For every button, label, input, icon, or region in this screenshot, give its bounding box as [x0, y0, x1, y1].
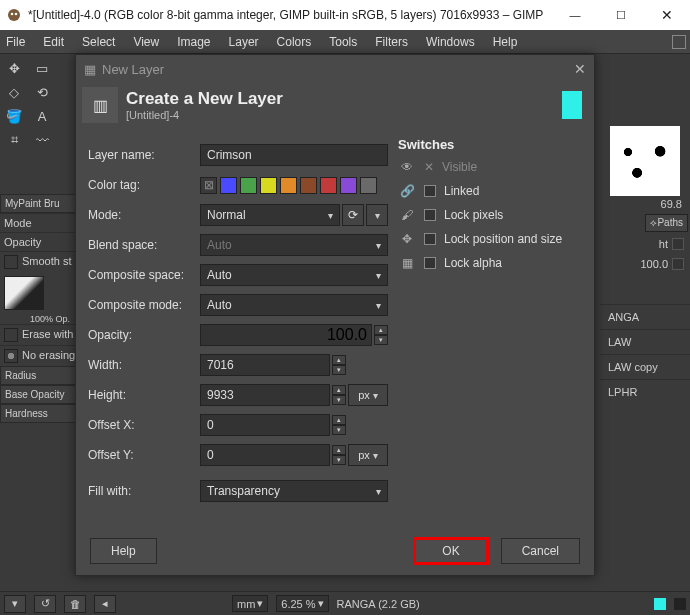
tool-text[interactable]: A — [28, 104, 56, 128]
menu-filters[interactable]: Filters — [373, 33, 410, 51]
menu-colors[interactable]: Colors — [275, 33, 314, 51]
ok-button[interactable]: OK — [413, 537, 488, 565]
offset-unit-select[interactable]: px▾ — [348, 444, 388, 466]
color-tag-red[interactable] — [320, 177, 337, 194]
lock-alpha-label: Lock alpha — [444, 256, 502, 270]
brush-preview[interactable] — [4, 276, 44, 310]
status-menu-icon[interactable]: ◂ — [94, 595, 116, 613]
lock-pixels-checkbox[interactable] — [424, 209, 436, 221]
composite-space-select[interactable]: Auto▾ — [200, 264, 388, 286]
menu-layer[interactable]: Layer — [227, 33, 261, 51]
color-tag-green[interactable] — [240, 177, 257, 194]
layer-header-icon: ▥ — [82, 87, 118, 123]
tool-move[interactable]: ✥ — [0, 56, 28, 80]
dimension-unit-select[interactable]: px▾ — [348, 384, 388, 406]
width-spin-buttons[interactable]: ▴▾ — [332, 355, 346, 375]
opacity-slider[interactable]: 100.0 — [200, 324, 372, 346]
window-titlebar: *[Untitled]-4.0 (RGB color 8-bit gamma i… — [0, 0, 690, 30]
menu-edit[interactable]: Edit — [41, 33, 66, 51]
lock-alpha-icon: ▦ — [398, 254, 416, 272]
main-menu-bar: File Edit Select View Image Layer Colors… — [0, 30, 690, 54]
lock-alpha-checkbox[interactable] — [424, 257, 436, 269]
composite-mode-select[interactable]: Auto▾ — [200, 294, 388, 316]
mode-select[interactable]: Normal▾ — [200, 204, 340, 226]
fill-with-select[interactable]: Transparency▾ — [200, 480, 388, 502]
linked-checkbox[interactable] — [424, 185, 436, 197]
lock-position-checkbox[interactable] — [424, 233, 436, 245]
status-delete-icon[interactable]: 🗑 — [64, 595, 86, 613]
menu-windows[interactable]: Windows — [424, 33, 477, 51]
menu-select[interactable]: Select — [80, 33, 117, 51]
menu-dock-button[interactable] — [672, 35, 686, 49]
opacity-label: Opacity: — [88, 328, 200, 342]
offset-y-label: Offset Y: — [88, 448, 200, 462]
paths-tab[interactable]: ⟡Paths — [645, 214, 688, 232]
status-swatch-fg[interactable] — [654, 598, 666, 610]
color-tag-yellow[interactable] — [260, 177, 277, 194]
window-title: *[Untitled]-4.0 (RGB color 8-bit gamma i… — [28, 8, 543, 22]
mode-label: Mode: — [88, 208, 200, 222]
height-spin-buttons[interactable]: ▴▾ — [332, 385, 346, 405]
linked-icon: 🔗 — [398, 182, 416, 200]
color-tag-none[interactable]: ⊠ — [200, 177, 217, 194]
width-input[interactable] — [200, 354, 330, 376]
zoom-combo[interactable]: 6.25 %▾ — [276, 595, 328, 612]
ht-dropdown[interactable] — [672, 238, 684, 250]
layer-item[interactable]: LAW — [600, 329, 690, 354]
fill-with-label: Fill with: — [88, 484, 200, 498]
menu-help[interactable]: Help — [491, 33, 520, 51]
color-tag-violet[interactable] — [340, 177, 357, 194]
composite-space-label: Composite space: — [88, 268, 200, 282]
tool-bucket[interactable]: 🪣 — [0, 104, 28, 128]
offset-y-spin-buttons[interactable]: ▴▾ — [332, 445, 346, 465]
offset-x-spin-buttons[interactable]: ▴▾ — [332, 415, 346, 435]
opacity-100-value[interactable]: 100.0 — [640, 258, 668, 270]
status-reset-icon[interactable]: ↺ — [34, 595, 56, 613]
color-tag-gray[interactable] — [360, 177, 377, 194]
layer-name-input[interactable] — [200, 144, 388, 166]
menu-image[interactable]: Image — [175, 33, 212, 51]
unit-combo[interactable]: mm▾ — [232, 595, 268, 612]
toolbox: ✥ ▭ ◇ ⟲ 🪣 A ⌗ 〰 — [0, 56, 72, 152]
right-dock: 69.8 ⟡Paths ht 100.0 ANGA LAW LAW copy L… — [600, 108, 690, 615]
brush-size-value[interactable]: 69.8 — [600, 196, 690, 212]
tool-transform[interactable]: ⟲ — [28, 80, 56, 104]
mode-menu-button[interactable]: ▾ — [366, 204, 388, 226]
offset-y-input[interactable] — [200, 444, 330, 466]
blend-space-select[interactable]: Auto▾ — [200, 234, 388, 256]
opacity-spin-buttons[interactable]: ▴▾ — [374, 325, 388, 345]
svg-point-1 — [11, 13, 14, 16]
layer-item[interactable]: ANGA — [600, 304, 690, 329]
dialog-close-button[interactable]: ✕ — [574, 61, 586, 77]
offset-x-input[interactable] — [200, 414, 330, 436]
status-minimize-icon[interactable]: ▾ — [4, 595, 26, 613]
lock-position-icon: ✥ — [398, 230, 416, 248]
layer-item[interactable]: LAW copy — [600, 354, 690, 379]
tool-rect-select[interactable]: ▭ — [28, 56, 56, 80]
window-close-button[interactable]: ✕ — [644, 0, 690, 30]
tool-path[interactable]: 〰 — [28, 128, 56, 152]
mode-reset-button[interactable]: ⟳ — [342, 204, 364, 226]
brush-thumbnail[interactable] — [610, 126, 680, 196]
window-minimize-button[interactable]: — — [552, 0, 598, 30]
help-button[interactable]: Help — [90, 538, 157, 564]
layer-item[interactable]: LPHR — [600, 379, 690, 404]
cancel-button[interactable]: Cancel — [501, 538, 580, 564]
menu-tools[interactable]: Tools — [327, 33, 359, 51]
tool-clone[interactable]: ⌗ — [0, 128, 28, 152]
status-swatch-bg[interactable] — [674, 598, 686, 610]
opacity-dropdown[interactable] — [672, 258, 684, 270]
new-layer-icon: ▦ — [84, 62, 96, 77]
tool-crop[interactable]: ◇ — [0, 80, 28, 104]
new-layer-dialog: ▦ New Layer ✕ ▥ Create a New Layer [Unti… — [75, 54, 595, 576]
color-tag-blue[interactable] — [220, 177, 237, 194]
height-input[interactable] — [200, 384, 330, 406]
switches-heading: Switches — [398, 137, 582, 152]
color-tag-orange[interactable] — [280, 177, 297, 194]
color-tag-brown[interactable] — [300, 177, 317, 194]
window-maximize-button[interactable]: ☐ — [598, 0, 644, 30]
lock-pixels-icon: 🖌 — [398, 206, 416, 224]
menu-file[interactable]: File — [4, 33, 27, 51]
menu-view[interactable]: View — [131, 33, 161, 51]
visible-label: Visible — [442, 160, 477, 174]
